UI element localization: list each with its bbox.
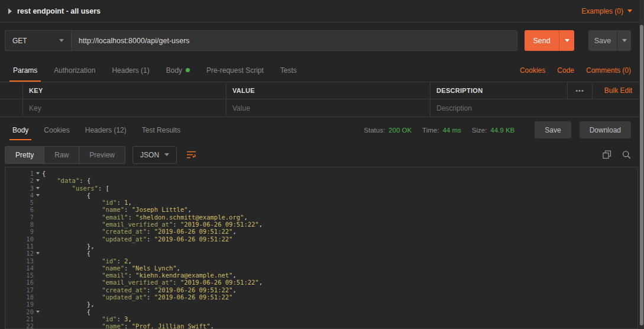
fold-caret-icon[interactable] — [36, 194, 40, 196]
fold-caret-icon[interactable] — [36, 311, 40, 313]
chevron-down-icon — [59, 39, 64, 42]
wrap-text-button[interactable] — [186, 150, 196, 159]
scrollbar-thumb[interactable] — [640, 25, 643, 325]
tab-pre-request-script[interactable]: Pre-request Script — [198, 59, 272, 82]
code-line: "name": "Joseph Little", — [42, 206, 637, 213]
tab-body-label: Body — [166, 66, 182, 75]
examples-label: Examples (0) — [581, 7, 623, 15]
response-meta: Status: 200 OK Time: 44 ms Size: 44.9 KB — [364, 117, 522, 143]
line-number: 10 — [5, 236, 42, 243]
search-button[interactable] — [622, 150, 631, 159]
format-select[interactable]: JSON — [132, 146, 177, 164]
cookies-link[interactable]: Cookies — [520, 66, 545, 75]
chevron-down-icon — [164, 153, 169, 156]
request-bar: GET Send Save — [0, 22, 644, 59]
response-body-viewer[interactable]: 12345678910111213141516171819202122 { "d… — [5, 167, 638, 329]
key-input[interactable] — [29, 104, 220, 112]
response-actions: Save Download — [535, 117, 631, 143]
response-header: Body Cookies Headers (12) Test Results S… — [0, 117, 644, 143]
more-options-button[interactable]: ••• — [567, 82, 592, 99]
code-line: "updated_at": "2019-06-26 09:51:22" — [42, 293, 637, 301]
code-gutter: 12345678910111213141516171819202122 — [5, 167, 42, 328]
line-number: 13 — [5, 257, 42, 265]
send-button-group: Send — [525, 30, 574, 51]
code-line: "users": [ — [42, 185, 637, 192]
code-line: }, — [42, 301, 637, 308]
line-number: 4 — [5, 192, 42, 199]
save-button[interactable]: Save — [588, 30, 617, 51]
column-header-key: KEY — [22, 82, 226, 99]
tab-authorization[interactable]: Authorization — [46, 59, 103, 82]
tab-tests[interactable]: Tests — [272, 59, 305, 82]
line-number: 21 — [5, 315, 42, 322]
url-input[interactable] — [71, 30, 517, 51]
body-green-dot-icon — [186, 68, 190, 72]
examples-dropdown[interactable]: Examples (0) — [581, 7, 632, 15]
save-dropdown-button[interactable] — [617, 30, 631, 51]
value-input[interactable] — [232, 104, 424, 112]
fold-caret-icon[interactable] — [36, 187, 40, 189]
response-tab-body[interactable]: Body — [5, 117, 36, 143]
send-dropdown-button[interactable] — [559, 30, 574, 51]
chevron-down-icon — [565, 39, 569, 42]
line-number: 18 — [5, 293, 42, 301]
response-tab-headers[interactable]: Headers (12) — [77, 117, 134, 143]
code-line: "data": { — [42, 177, 637, 184]
time-value: 44 ms — [442, 127, 461, 134]
code-line: { — [42, 250, 637, 257]
code-line: "updated_at": "2019-06-26 09:51:22" — [42, 236, 637, 243]
line-number: 9 — [5, 228, 42, 235]
response-save-button[interactable]: Save — [535, 121, 571, 138]
comments-link[interactable]: Comments (0) — [586, 66, 631, 75]
tab-params[interactable]: Params — [5, 59, 46, 82]
response-tab-test-results[interactable]: Test Results — [134, 117, 188, 143]
save-button-group: Save — [588, 30, 631, 51]
request-title: rest endpoint - all users — [17, 7, 101, 15]
line-number: 11 — [5, 243, 42, 250]
format-label: JSON — [140, 151, 159, 159]
tab-body[interactable]: Body — [158, 59, 198, 82]
line-number: 1 — [5, 170, 42, 177]
description-input[interactable] — [436, 104, 638, 112]
code-line: { — [42, 192, 637, 199]
line-number: 12 — [5, 250, 42, 257]
search-icon — [622, 150, 631, 159]
ellipsis-icon: ••• — [575, 87, 584, 94]
size-value: 44.9 KB — [490, 127, 514, 134]
fold-caret-icon[interactable] — [36, 252, 40, 254]
vertical-scrollbar[interactable] — [639, 0, 644, 329]
response-tab-cookies[interactable]: Cookies — [36, 117, 77, 143]
tab-headers[interactable]: Headers (1) — [103, 59, 157, 82]
size-label: Size: — [472, 127, 487, 134]
response-toolbar: Pretty Raw Preview JSON — [0, 143, 644, 167]
line-number: 2 — [5, 177, 42, 184]
view-tab-preview[interactable]: Preview — [79, 147, 125, 163]
fold-caret-icon[interactable] — [36, 179, 40, 182]
line-number: 8 — [5, 221, 42, 228]
code-line: "id": 1, — [42, 199, 637, 206]
code-line: "id": 3, — [42, 315, 637, 322]
code-link[interactable]: Code — [557, 66, 574, 75]
send-button[interactable]: Send — [525, 30, 559, 51]
wrap-text-icon — [186, 150, 196, 159]
line-number: 5 — [5, 199, 42, 206]
code-line: "name": "Prof. Jillian Swift", — [42, 322, 637, 328]
method-select[interactable]: GET — [5, 30, 71, 51]
collapse-caret-icon[interactable] — [8, 8, 12, 14]
line-number: 22 — [5, 322, 42, 329]
code-line: }, — [42, 243, 637, 250]
copy-button[interactable] — [603, 150, 611, 159]
request-links: Cookies Code Comments (0) — [520, 59, 631, 82]
view-tab-pretty[interactable]: Pretty — [5, 147, 44, 163]
view-tab-raw[interactable]: Raw — [44, 147, 79, 163]
status-label: Status: — [364, 127, 385, 134]
copy-icon — [603, 150, 611, 159]
line-number: 19 — [5, 301, 42, 308]
bulk-edit-button[interactable]: Bulk Edit — [592, 82, 644, 99]
postman-window: rest endpoint - all users Examples (0) G… — [0, 0, 644, 329]
fold-caret-icon[interactable] — [36, 172, 40, 175]
code-lines: { "data": { "users": [ { "id": 1, "name"… — [42, 167, 637, 328]
column-header-value: VALUE — [226, 82, 430, 99]
download-button[interactable]: Download — [580, 121, 631, 138]
request-tabs: Params Authorization Headers (1) Body Pr… — [0, 59, 644, 82]
